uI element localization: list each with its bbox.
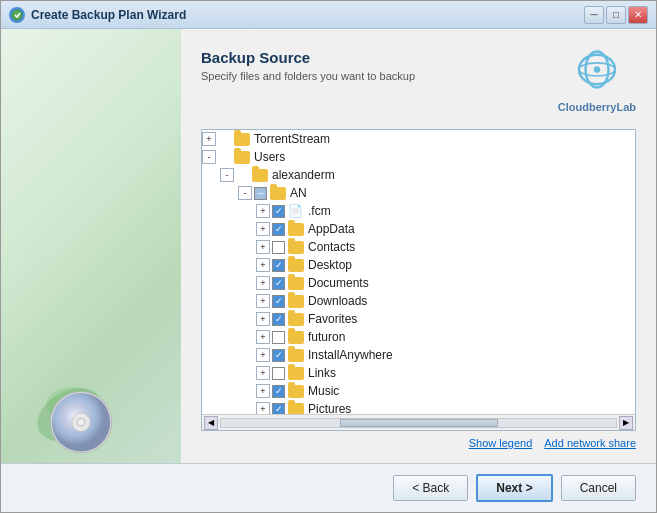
folder-icon-desktop: [288, 259, 304, 272]
content-area: Backup Source Specify files and folders …: [1, 29, 656, 463]
folder-icon-torrentstream: [234, 133, 250, 146]
left-panel: [1, 29, 181, 463]
tree-item-desktop[interactable]: +✓Desktop: [202, 256, 635, 274]
item-label-users: Users: [254, 150, 285, 164]
next-button[interactable]: Next >: [476, 474, 552, 502]
logo-icon: [572, 49, 622, 94]
checkbox-futuron[interactable]: [272, 331, 285, 344]
checkbox-links[interactable]: [272, 367, 285, 380]
right-panel: Backup Source Specify files and folders …: [181, 29, 656, 463]
checkbox-downloads[interactable]: ✓: [272, 295, 285, 308]
scroll-right-btn[interactable]: ▶: [619, 416, 633, 430]
checkbox-documents[interactable]: ✓: [272, 277, 285, 290]
item-label-music: Music: [308, 384, 339, 398]
window-controls: ─ □ ✕: [584, 6, 648, 24]
folder-icon-links: [288, 367, 304, 380]
tree-item-fcm[interactable]: +✓📄.fcm: [202, 202, 635, 220]
checkbox-music[interactable]: ✓: [272, 385, 285, 398]
tree-item-links[interactable]: +Links: [202, 364, 635, 382]
window-icon: [9, 7, 25, 23]
footer: < Back Next > Cancel: [1, 463, 656, 512]
expand-btn-contacts[interactable]: +: [256, 240, 270, 254]
checkbox-favorites[interactable]: ✓: [272, 313, 285, 326]
item-label-links: Links: [308, 366, 336, 380]
tree-item-installanywhere[interactable]: +✓InstallAnywhere: [202, 346, 635, 364]
item-label-appdata: AppData: [308, 222, 355, 236]
expand-btn-desktop[interactable]: +: [256, 258, 270, 272]
show-legend-link[interactable]: Show legend: [469, 437, 533, 449]
title-bar: Create Backup Plan Wizard ─ □ ✕: [1, 1, 656, 29]
item-label-downloads: Downloads: [308, 294, 367, 308]
add-network-share-link[interactable]: Add network share: [544, 437, 636, 449]
logo-text: CloudberryLab: [558, 101, 636, 113]
expand-btn-links[interactable]: +: [256, 366, 270, 380]
scroll-thumb: [340, 419, 498, 427]
page-subtitle: Specify files and folders you want to ba…: [201, 70, 415, 82]
expand-btn-music[interactable]: +: [256, 384, 270, 398]
expand-btn-pictures[interactable]: +: [256, 402, 270, 414]
folder-icon-favorites: [288, 313, 304, 326]
links-section: Show legend Add network share: [201, 431, 636, 453]
expand-btn-fcm[interactable]: +: [256, 204, 270, 218]
checkbox-pictures[interactable]: ✓: [272, 403, 285, 415]
tree-item-contacts[interactable]: +Contacts: [202, 238, 635, 256]
expand-btn-documents[interactable]: +: [256, 276, 270, 290]
expand-btn-torrentstream[interactable]: +: [202, 132, 216, 146]
tree-item-documents[interactable]: +✓Documents: [202, 274, 635, 292]
checkbox-appdata[interactable]: ✓: [272, 223, 285, 236]
minimize-button[interactable]: ─: [584, 6, 604, 24]
checkbox-installanywhere[interactable]: ✓: [272, 349, 285, 362]
folder-icon-documents: [288, 277, 304, 290]
horizontal-scrollbar[interactable]: ◀ ▶: [202, 414, 635, 430]
tree-item-torrentstream[interactable]: +TorrentStream: [202, 130, 635, 148]
folder-icon-contacts: [288, 241, 304, 254]
checkbox-contacts[interactable]: [272, 241, 285, 254]
folder-icon-appdata: [288, 223, 304, 236]
decorative-art: [31, 353, 131, 453]
item-label-contacts: Contacts: [308, 240, 355, 254]
item-label-futuron: futuron: [308, 330, 345, 344]
tree-item-downloads[interactable]: +✓Downloads: [202, 292, 635, 310]
tree-item-users[interactable]: -Users: [202, 148, 635, 166]
header-text: Backup Source Specify files and folders …: [201, 49, 415, 82]
tree-item-alexanderm[interactable]: -alexanderm: [202, 166, 635, 184]
logo: CloudberryLab: [558, 49, 636, 113]
item-label-installanywhere: InstallAnywhere: [308, 348, 393, 362]
folder-icon-downloads: [288, 295, 304, 308]
item-label-pictures: Pictures: [308, 402, 351, 414]
folder-icon-pictures: [288, 403, 304, 415]
svg-point-6: [77, 418, 85, 426]
back-button[interactable]: < Back: [393, 475, 468, 501]
folder-icon-futuron: [288, 331, 304, 344]
scroll-track[interactable]: [220, 418, 617, 428]
tree-item-pictures[interactable]: +✓Pictures: [202, 400, 635, 414]
item-label-documents: Documents: [308, 276, 369, 290]
tree-item-music[interactable]: +✓Music: [202, 382, 635, 400]
item-label-desktop: Desktop: [308, 258, 352, 272]
restore-button[interactable]: □: [606, 6, 626, 24]
folder-icon-music: [288, 385, 304, 398]
cancel-button[interactable]: Cancel: [561, 475, 636, 501]
checkbox-an[interactable]: ─: [254, 187, 267, 200]
expand-btn-favorites[interactable]: +: [256, 312, 270, 326]
tree-item-futuron[interactable]: +futuron: [202, 328, 635, 346]
page-title: Backup Source: [201, 49, 415, 66]
item-label-fcm: .fcm: [308, 204, 331, 218]
expand-btn-downloads[interactable]: +: [256, 294, 270, 308]
expand-btn-futuron[interactable]: +: [256, 330, 270, 344]
expand-btn-installanywhere[interactable]: +: [256, 348, 270, 362]
tree-item-appdata[interactable]: +✓AppData: [202, 220, 635, 238]
checkbox-desktop[interactable]: ✓: [272, 259, 285, 272]
expand-btn-alexanderm[interactable]: -: [220, 168, 234, 182]
file-tree-container: +TorrentStream-Users-alexanderm-─AN+✓📄.f…: [201, 129, 636, 431]
svg-point-0: [12, 10, 22, 20]
tree-scroll-area[interactable]: +TorrentStream-Users-alexanderm-─AN+✓📄.f…: [202, 130, 635, 414]
expand-btn-an[interactable]: -: [238, 186, 252, 200]
expand-btn-users[interactable]: -: [202, 150, 216, 164]
checkbox-fcm[interactable]: ✓: [272, 205, 285, 218]
scroll-left-btn[interactable]: ◀: [204, 416, 218, 430]
expand-btn-appdata[interactable]: +: [256, 222, 270, 236]
tree-item-an[interactable]: -─AN: [202, 184, 635, 202]
tree-item-favorites[interactable]: +✓Favorites: [202, 310, 635, 328]
close-button[interactable]: ✕: [628, 6, 648, 24]
